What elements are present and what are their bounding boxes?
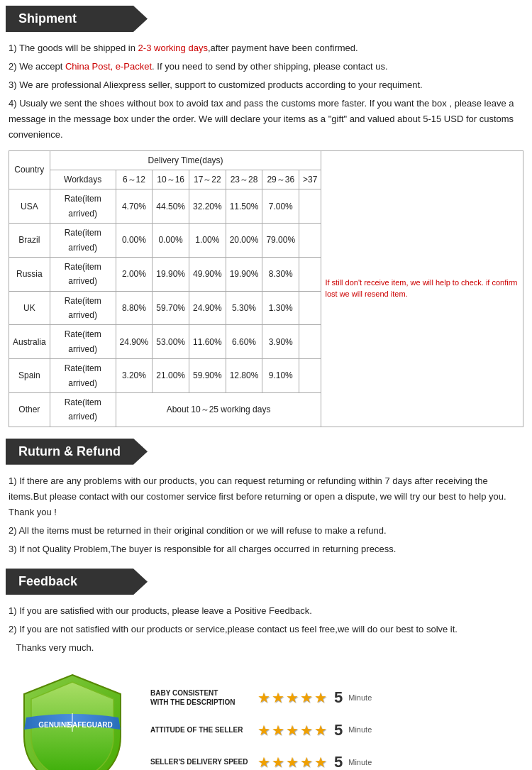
ratings-area: BABY CONSISTENTWITH THE DESCRIPTION ★ ★ … — [150, 684, 523, 770]
return-refund-title: Ruturn & Refund — [18, 444, 121, 459]
rating-label-2: ATTITUDE OF THE SELLER — [150, 725, 253, 735]
rating-label-3: SELLER'S DELIVERY SPEED — [150, 757, 253, 766]
shipment-title: Shipment — [18, 11, 77, 26]
country-other: Other — [9, 393, 50, 427]
shipment-header: Shipment — [6, 6, 148, 32]
feedback-area: GENUINE SAFEGUARD BABY CONSISTENTWITH TH… — [9, 669, 523, 770]
star-icon: ★ — [257, 686, 270, 710]
note-cell: If still don't receive item, we will hel… — [321, 150, 523, 427]
shipment-content: 1) The goods will be shipped in 2-3 work… — [6, 40, 526, 427]
shipment-section: Shipment 1) The goods will be shipped in… — [6, 6, 526, 427]
range4-header: 23～28 — [226, 170, 262, 189]
star-icon: ★ — [257, 750, 270, 770]
rating-row-1: BABY CONSISTENTWITH THE DESCRIPTION ★ ★ … — [150, 684, 523, 710]
stars-2: ★ ★ ★ ★ ★ — [257, 718, 327, 742]
return-refund-header: Ruturn & Refund — [6, 439, 148, 465]
range1-header: 6～12 — [116, 170, 153, 189]
star-icon: ★ — [272, 718, 284, 742]
rating-unit-1: Minute — [348, 691, 372, 705]
range2-header: 10～16 — [153, 170, 189, 189]
star-icon: ★ — [314, 686, 327, 710]
country-header: Country — [9, 150, 50, 189]
feedback-line-1: 1) If you are satisfied with our product… — [9, 603, 523, 619]
star-icon: ★ — [257, 718, 270, 742]
return-refund-content: 1) If there are any problems with our pr… — [6, 473, 526, 557]
rating-unit-2: Minute — [348, 723, 372, 737]
range3-header: 17～22 — [189, 170, 226, 189]
feedback-header: Feedback — [6, 568, 148, 595]
country-usa: USA — [9, 189, 50, 224]
refund-line-2: 2) All the items must be returned in the… — [9, 523, 523, 539]
star-icon: ★ — [314, 718, 327, 742]
table-header-row: Country Delivery Time(days) If still don… — [9, 150, 523, 170]
star-icon: ★ — [286, 718, 299, 742]
feedback-section: Feedback 1) If you are satisfied with ou… — [6, 568, 526, 770]
star-icon: ★ — [272, 750, 284, 770]
star-icon: ★ — [300, 750, 313, 770]
rating-score-3: 5 — [334, 749, 343, 770]
feedback-line-2: 2) If you are not satisfied with our pro… — [9, 622, 523, 637]
shipment-line-2: 2) We accept China Post, e-Packet. If yo… — [9, 59, 523, 75]
rating-score-1: 5 — [334, 684, 343, 710]
star-icon: ★ — [272, 686, 284, 710]
country-russia: Russia — [9, 257, 50, 291]
rate-label-usa: Rate(item arrived) — [50, 189, 116, 224]
feedback-content: 1) If you are satisfied with our product… — [6, 603, 526, 770]
star-icon: ★ — [300, 686, 313, 710]
stars-1: ★ ★ ★ ★ ★ — [257, 686, 327, 710]
shield-container: GENUINE SAFEGUARD — [9, 669, 136, 770]
return-refund-section: Ruturn & Refund 1) If there are any prob… — [6, 439, 526, 557]
feedback-line-3: Thanks very much. — [9, 640, 523, 656]
china-post-highlight: China Post, e-Packet — [65, 61, 152, 72]
rating-score-2: 5 — [334, 717, 343, 743]
shipment-line-4: 4) Usualy we sent the shoes without box … — [9, 96, 523, 143]
workdays-label: Workdays — [50, 170, 116, 189]
rating-row-3: SELLER'S DELIVERY SPEED ★ ★ ★ ★ ★ 5 Minu… — [150, 749, 523, 770]
range5-header: 29～36 — [262, 170, 299, 189]
country-spain: Spain — [9, 359, 50, 393]
working-days-highlight: 2-3 working days — [138, 43, 208, 53]
star-icon: ★ — [286, 686, 299, 710]
feedback-title: Feedback — [18, 574, 77, 589]
refund-line-1: 1) If there are any problems with our pr… — [9, 473, 523, 520]
refund-line-3: 3) If not Quality Problem,The buyer is r… — [9, 541, 523, 557]
rating-row-2: ATTITUDE OF THE SELLER ★ ★ ★ ★ ★ 5 Minut… — [150, 717, 523, 743]
rating-label-1: BABY CONSISTENTWITH THE DESCRIPTION — [150, 688, 253, 707]
star-icon: ★ — [300, 718, 313, 742]
star-icon: ★ — [314, 750, 327, 770]
country-uk: UK — [9, 291, 50, 325]
svg-text:GENUINE: GENUINE — [38, 721, 71, 729]
delivery-time-header: Delivery Time(days) — [50, 150, 321, 170]
shipment-line-3: 3) We are professional Aliexpress seller… — [9, 77, 523, 93]
country-brazil: Brazil — [9, 224, 50, 258]
stars-3: ★ ★ ★ ★ ★ — [257, 750, 327, 770]
star-icon: ★ — [286, 750, 299, 770]
shipment-line-1: 1) The goods will be shipped in 2-3 work… — [9, 40, 523, 56]
country-australia: Australia — [9, 325, 50, 359]
shield-icon: GENUINE SAFEGUARD — [16, 669, 129, 770]
delivery-table: Country Delivery Time(days) If still don… — [9, 150, 523, 427]
svg-text:SAFEGUARD: SAFEGUARD — [67, 721, 112, 729]
rating-unit-3: Minute — [348, 756, 372, 769]
range6-header: >37 — [299, 170, 321, 189]
